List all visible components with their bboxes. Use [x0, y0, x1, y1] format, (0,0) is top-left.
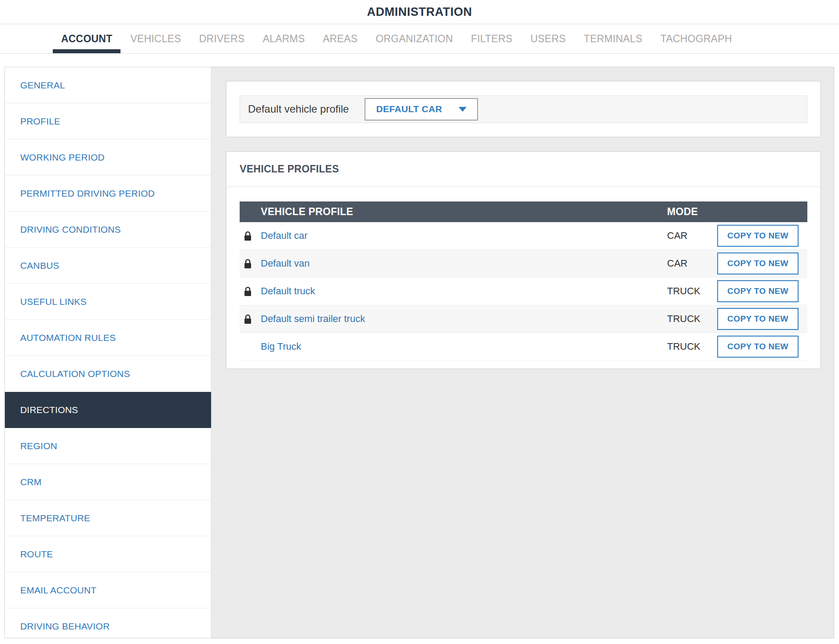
tab-users[interactable]: USERS	[530, 24, 565, 53]
mode-value: TRUCK	[667, 313, 700, 324]
default-vehicle-profile-value: DEFAULT CAR	[376, 104, 442, 114]
tab-areas[interactable]: AREAS	[323, 24, 357, 53]
profile-link[interactable]: Default truck	[261, 285, 315, 296]
sidebar-item-temperature[interactable]: TEMPERATURE	[5, 500, 211, 536]
tab-vehicles[interactable]: VEHICLES	[130, 24, 181, 53]
mode-value: CAR	[667, 230, 687, 241]
tab-alarms[interactable]: ALARMS	[263, 24, 305, 53]
vehicle-profile-column-header: VEHICLE PROFILE	[260, 206, 667, 218]
sidebar-item-general[interactable]: GENERAL	[5, 67, 211, 103]
copy-to-new-button[interactable]: COPY TO NEW	[717, 225, 799, 247]
sidebar-item-calculation-options[interactable]: CALCULATION OPTIONS	[5, 356, 211, 392]
table-row: Default car CAR COPY TO NEW	[240, 222, 807, 250]
tab-tachograph[interactable]: TACHOGRAPH	[660, 24, 732, 53]
profile-link[interactable]: Default van	[261, 258, 310, 269]
sidebar-item-crm[interactable]: CRM	[5, 464, 211, 500]
copy-to-new-button[interactable]: COPY TO NEW	[717, 280, 799, 302]
default-vehicle-profile-row: Default vehicle profile DEFAULT CAR	[240, 95, 807, 123]
default-vehicle-profile-card: Default vehicle profile DEFAULT CAR	[226, 81, 821, 137]
copy-to-new-button[interactable]: COPY TO NEW	[717, 252, 799, 274]
mode-value: TRUCK	[667, 285, 700, 296]
lock-icon	[244, 259, 252, 269]
sidebar-item-working-period[interactable]: WORKING PERIOD	[5, 139, 211, 176]
sidebar-item-directions[interactable]: DIRECTIONS	[5, 392, 211, 428]
app-header: ADMINISTRATION	[0, 0, 839, 24]
copy-to-new-button[interactable]: COPY TO NEW	[717, 308, 799, 330]
table-row: Big Truck TRUCK COPY TO NEW	[240, 333, 807, 361]
lock-icon	[244, 314, 252, 324]
tab-filters[interactable]: FILTERS	[471, 24, 512, 53]
mode-value: TRUCK	[667, 341, 700, 352]
mode-value: CAR	[667, 258, 687, 269]
sidebar-item-profile[interactable]: PROFILE	[5, 103, 211, 139]
mode-column-header: MODE	[667, 206, 717, 218]
sidebar-item-canbus[interactable]: CANBUS	[5, 248, 211, 284]
sidebar-item-permitted-driving-period[interactable]: PERMITTED DRIVING PERIOD	[5, 176, 211, 212]
table-header-row: VEHICLE PROFILE MODE	[240, 201, 807, 222]
sidebar-item-useful-links[interactable]: USEFUL LINKS	[5, 284, 211, 320]
default-vehicle-profile-dropdown[interactable]: DEFAULT CAR	[365, 98, 478, 121]
sidebar-item-driving-conditions[interactable]: DRIVING CONDITIONS	[5, 212, 211, 248]
lock-icon	[244, 286, 252, 296]
copy-to-new-button[interactable]: COPY TO NEW	[717, 336, 799, 358]
tab-organization[interactable]: ORGANIZATION	[376, 24, 453, 53]
settings-sidebar: GENERAL PROFILE WORKING PERIOD PERMITTED…	[4, 67, 212, 638]
vehicle-profiles-table: VEHICLE PROFILE MODE Default car	[240, 201, 807, 361]
sidebar-item-automation-rules[interactable]: AUTOMATION RULES	[5, 320, 211, 356]
page-title: ADMINISTRATION	[367, 5, 472, 19]
profile-link[interactable]: Default semi trailer truck	[261, 313, 365, 324]
tab-terminals[interactable]: TERMINALS	[584, 24, 642, 53]
tab-account[interactable]: ACCOUNT	[61, 24, 112, 53]
content-area: GENERAL PROFILE WORKING PERIOD PERMITTED…	[4, 67, 834, 638]
chevron-down-icon	[459, 107, 467, 112]
default-vehicle-profile-label: Default vehicle profile	[248, 103, 349, 115]
main-panel: Default vehicle profile DEFAULT CAR VEHI…	[212, 67, 834, 638]
table-row: Default van CAR COPY TO NEW	[240, 250, 807, 278]
tab-drivers[interactable]: DRIVERS	[199, 24, 245, 53]
table-row: Default truck TRUCK COPY TO NEW	[240, 278, 807, 305]
vehicle-profiles-card: VEHICLE PROFILES VEHICLE PROFILE MODE	[226, 151, 821, 369]
lock-icon	[244, 231, 252, 241]
profile-link[interactable]: Default car	[261, 230, 307, 241]
profile-link[interactable]: Big Truck	[261, 341, 301, 352]
sidebar-item-driving-behavior[interactable]: DRIVING BEHAVIOR	[5, 608, 211, 638]
table-row: Default semi trailer truck TRUCK COPY TO…	[240, 305, 807, 333]
sidebar-item-email-account[interactable]: EMAIL ACCOUNT	[5, 572, 211, 608]
main-tabbar: ACCOUNT VEHICLES DRIVERS ALARMS AREAS OR…	[0, 24, 839, 54]
sidebar-item-route[interactable]: ROUTE	[5, 536, 211, 572]
sidebar-item-region[interactable]: REGION	[5, 428, 211, 464]
vehicle-profiles-title: VEHICLE PROFILES	[226, 152, 821, 187]
